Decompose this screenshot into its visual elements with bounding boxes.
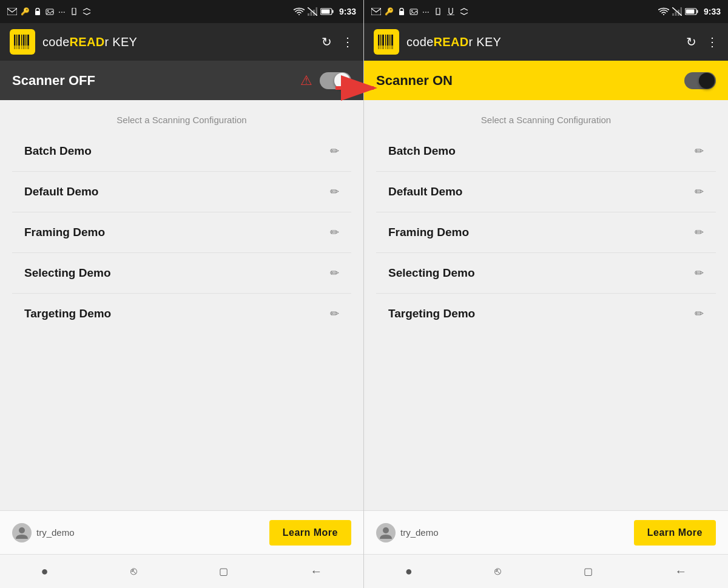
right-scanner-label: Scanner ON xyxy=(376,73,684,89)
left-menu-icon[interactable]: ⋮ xyxy=(342,35,354,49)
left-user-icon xyxy=(12,523,32,542)
left-default-demo-label: Default Demo xyxy=(24,185,98,198)
left-refresh-icon[interactable]: ↻ xyxy=(322,35,332,49)
right-scanner-right xyxy=(684,72,716,89)
svg-rect-12 xyxy=(321,10,329,14)
left-targeting-edit-icon[interactable]: ✏ xyxy=(330,307,339,320)
left-username: try_demo xyxy=(36,527,75,538)
svg-rect-1 xyxy=(35,11,40,15)
right-toggle[interactable] xyxy=(684,72,716,89)
left-app-actions: ↻ ⋮ xyxy=(322,35,354,49)
right-nav-bar: ● ⎋ ▢ ← xyxy=(364,554,728,588)
left-nav-dot[interactable]: ● xyxy=(41,564,49,578)
left-title-bold: READ xyxy=(70,35,105,49)
left-config-item-default[interactable]: Default Demo ✏ xyxy=(12,172,351,212)
right-refresh-icon[interactable]: ↻ xyxy=(686,35,696,49)
svg-rect-5 xyxy=(73,14,75,15)
right-phone-icon xyxy=(434,8,442,15)
left-nav-home[interactable]: ▢ xyxy=(219,566,228,577)
svg-point-22 xyxy=(19,527,25,533)
right-status-icons: 🔑 ··· xyxy=(371,7,469,16)
left-default-edit-icon[interactable]: ✏ xyxy=(330,185,339,198)
left-title-suffix: KEY xyxy=(109,35,137,49)
right-app-actions: ↻ ⋮ xyxy=(686,35,718,49)
right-batch-edit-icon[interactable]: ✏ xyxy=(695,144,704,158)
left-selecting-edit-icon[interactable]: ✏ xyxy=(330,266,339,280)
left-panel: 🔑 ··· 9:33 xyxy=(0,0,364,588)
right-framing-demo-label: Framing Demo xyxy=(388,226,469,239)
left-config-item-framing[interactable]: Framing Demo ✏ xyxy=(12,212,351,253)
right-config-item-framing[interactable]: Framing Demo ✏ xyxy=(376,212,716,253)
right-user-wrap: try_demo xyxy=(376,523,439,542)
right-app-title: codeREADr KEY xyxy=(406,35,679,49)
right-nav-home[interactable]: ▢ xyxy=(584,566,593,577)
right-config-item-selecting[interactable]: Selecting Demo ✏ xyxy=(376,253,716,294)
right-bottom-bar: try_demo Learn More xyxy=(364,510,728,554)
right-key-icon: 🔑 xyxy=(385,7,394,16)
left-person-icon xyxy=(16,527,28,539)
left-status-bar: 🔑 ··· 9:33 xyxy=(0,0,363,23)
right-batch-demo-label: Batch Demo xyxy=(388,144,456,158)
svg-point-48 xyxy=(383,527,389,533)
left-batch-edit-icon[interactable]: ✏ xyxy=(330,144,339,158)
left-content: Select a Scanning Configuration Batch De… xyxy=(0,100,363,510)
right-username: try_demo xyxy=(400,527,439,538)
right-person-icon xyxy=(380,527,392,539)
right-app-logo xyxy=(374,29,399,55)
left-config-list: Batch Demo ✏ Default Demo ✏ Framing Demo… xyxy=(0,131,363,334)
left-config-item-batch[interactable]: Batch Demo ✏ xyxy=(12,131,351,172)
svg-rect-47 xyxy=(378,46,395,49)
image-icon xyxy=(46,8,54,15)
right-menu-icon[interactable]: ⋮ xyxy=(706,35,718,49)
right-signal-off-icon xyxy=(672,7,682,16)
dots-icon: ··· xyxy=(58,7,66,16)
left-config-item-targeting[interactable]: Targeting Demo ✏ xyxy=(12,294,351,334)
right-targeting-edit-icon[interactable]: ✏ xyxy=(695,307,704,320)
left-warning-icon: ⚠ xyxy=(300,73,312,89)
left-framing-edit-icon[interactable]: ✏ xyxy=(330,226,339,239)
battery-icon xyxy=(320,8,334,15)
right-nav-recents[interactable]: ⎋ xyxy=(494,565,501,578)
right-time: 9:33 xyxy=(704,7,721,16)
svg-point-3 xyxy=(47,10,49,12)
right-config-item-batch[interactable]: Batch Demo ✏ xyxy=(376,131,716,172)
right-framing-edit-icon[interactable]: ✏ xyxy=(695,226,704,239)
transition-arrow xyxy=(332,73,381,103)
signal-off-icon xyxy=(308,7,317,16)
lock-icon xyxy=(33,8,42,15)
right-download-icon xyxy=(446,8,456,15)
gmail-icon xyxy=(7,8,17,15)
left-nav-back[interactable]: ← xyxy=(310,564,322,578)
right-default-edit-icon[interactable]: ✏ xyxy=(695,185,704,198)
left-config-item-selecting[interactable]: Selecting Demo ✏ xyxy=(12,253,351,294)
svg-rect-21 xyxy=(14,46,31,49)
left-scanner-label: Scanner OFF xyxy=(12,73,300,89)
right-barcode-logo-icon xyxy=(378,35,395,49)
left-learn-more-button[interactable]: Learn More xyxy=(269,520,351,546)
svg-rect-6 xyxy=(308,13,309,16)
left-batch-demo-label: Batch Demo xyxy=(24,144,92,158)
phone-icon xyxy=(70,8,78,15)
key-icon: 🔑 xyxy=(21,7,30,16)
left-time: 9:33 xyxy=(339,7,356,16)
right-learn-more-button[interactable]: Learn More xyxy=(634,520,716,546)
right-nav-back[interactable]: ← xyxy=(675,564,687,578)
right-selecting-edit-icon[interactable]: ✏ xyxy=(695,266,704,280)
right-selecting-demo-label: Selecting Demo xyxy=(388,266,475,280)
right-lock-icon xyxy=(397,8,406,15)
right-select-label: Select a Scanning Configuration xyxy=(364,100,728,131)
svg-rect-7 xyxy=(310,12,312,16)
right-config-item-targeting[interactable]: Targeting Demo ✏ xyxy=(376,294,716,334)
left-nav-recents[interactable]: ⎋ xyxy=(130,565,137,578)
right-gmail-icon xyxy=(371,8,381,15)
right-targeting-demo-label: Targeting Demo xyxy=(388,307,475,320)
svg-rect-39 xyxy=(696,10,698,13)
svg-rect-38 xyxy=(686,10,694,14)
left-framing-demo-label: Framing Demo xyxy=(24,226,105,239)
svg-rect-33 xyxy=(675,12,676,16)
right-nav-dot[interactable]: ● xyxy=(405,564,413,578)
right-config-item-default[interactable]: Default Demo ✏ xyxy=(376,172,716,212)
svg-rect-26 xyxy=(399,11,404,15)
svg-rect-32 xyxy=(672,13,674,16)
right-status-right: 9:33 xyxy=(658,7,721,16)
